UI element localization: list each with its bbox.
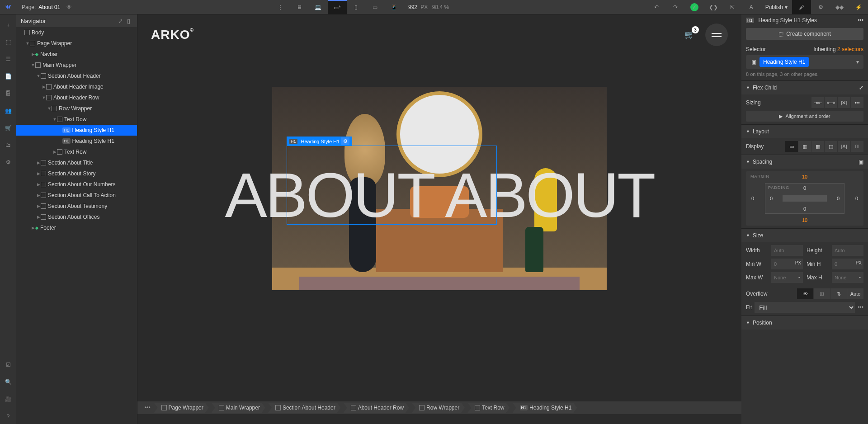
breadcrumb-item[interactable]: Page Wrapper [154, 403, 209, 413]
flex-child-section[interactable]: ▼Flex Child⤢ [741, 81, 868, 94]
breakpoint-mobile-landscape-icon[interactable]: ▭ [366, 0, 385, 14]
overflow-scroll-icon[interactable]: ⇅ [830, 288, 847, 299]
padding-bottom[interactable]: 0 [803, 206, 806, 212]
canvas-stage[interactable]: ARKO© 🛒3 ABOUT ABOUT H1 Heading Style H1… [137, 14, 741, 401]
sizing-grow-icon[interactable]: ⇤⇥ [825, 97, 837, 108]
sizing-none-icon[interactable]: |✕| [838, 97, 850, 108]
chevron-down-icon[interactable]: ▾ [854, 59, 862, 65]
tree-row[interactable]: Body [16, 27, 137, 38]
publish-button[interactable]: Publish▾ [761, 4, 792, 10]
tree-row[interactable]: H1Heading Style H1 [16, 125, 137, 136]
twisty-icon[interactable] [25, 41, 30, 46]
ecommerce-icon[interactable]: 🛒 [2, 120, 14, 136]
maxw-input[interactable] [771, 272, 796, 283]
margin-bottom[interactable]: 10 [802, 217, 807, 223]
overflow-auto-button[interactable]: Auto [847, 288, 863, 299]
page-selector[interactable]: Page: About 01 👁 [16, 4, 77, 10]
tree-row[interactable]: Row Wrapper [16, 103, 137, 114]
selector-chip[interactable]: Heading Style H1 [760, 57, 809, 67]
twisty-icon[interactable] [52, 150, 57, 154]
tree-row[interactable]: Text Row [16, 146, 137, 157]
more-icon[interactable]: ••• [858, 304, 863, 311]
overflow-visible-icon[interactable]: 👁 [797, 288, 813, 299]
export-icon[interactable]: ⇱ [723, 0, 742, 14]
overflow-hidden-icon[interactable]: 👁̸ [814, 288, 830, 299]
project-settings-icon[interactable]: ⚙ [2, 155, 14, 170]
display-inlineblock-icon[interactable]: ◫ [825, 141, 837, 152]
status-ok-icon[interactable]: ✓ [685, 0, 704, 14]
display-segmented[interactable]: ▭ ▥ ▦ ◫ |A| 👁̸ [785, 141, 863, 152]
selector-input[interactable]: ▣ Heading Style H1 ▾ [746, 55, 863, 69]
pages-icon[interactable]: 📄 [2, 69, 14, 84]
code-icon[interactable]: ❮❯ [704, 0, 723, 14]
width-input[interactable] [771, 245, 803, 256]
interactions-panel-icon[interactable]: ◆◆ [830, 0, 849, 14]
audit-icon[interactable]: ☑ [2, 357, 14, 372]
users-icon[interactable]: 👥 [2, 103, 14, 118]
add-element-icon[interactable]: ＋ [2, 17, 14, 33]
effects-panel-icon[interactable]: ⚡ [849, 0, 868, 14]
twisty-icon[interactable] [31, 52, 35, 57]
layout-section[interactable]: ▼Layout [741, 125, 868, 138]
tree-row[interactable]: Main Wrapper [16, 60, 137, 71]
padding-left[interactable]: 0 [770, 196, 773, 201]
position-section[interactable]: ▼Position [741, 316, 868, 330]
breakpoint-md-icon[interactable]: ▭* [328, 0, 347, 14]
assets-icon[interactable]: 🗂 [2, 137, 14, 153]
sizing-shrink-icon[interactable]: ⇥⇤ [811, 97, 824, 108]
breadcrumb-item[interactable]: Section About Header [268, 403, 341, 413]
inheriting-label[interactable]: Inheriting 2 selectors [813, 46, 863, 52]
more-icon[interactable]: ••• [858, 17, 863, 24]
gear-icon[interactable]: ⚙ [341, 137, 349, 145]
pin-icon[interactable]: ▯ [124, 18, 132, 24]
twisty-icon[interactable] [31, 63, 35, 67]
display-flex-icon[interactable]: ▥ [798, 141, 811, 152]
twisty-icon[interactable] [36, 182, 41, 187]
padding-right[interactable]: 0 [837, 196, 840, 201]
twisty-icon[interactable] [36, 193, 41, 198]
twisty-icon[interactable] [36, 215, 41, 219]
tree-row[interactable]: ◆Navbar [16, 49, 137, 60]
sizing-more-icon[interactable]: ••• [851, 97, 863, 108]
settings-panel-icon[interactable]: ⚙ [811, 0, 830, 14]
breakpoint-tablet-icon[interactable]: ▯ [347, 0, 366, 14]
collapse-icon[interactable]: ⤢ [116, 18, 124, 24]
display-block-icon[interactable]: ▭ [785, 141, 798, 152]
tree-row[interactable]: About Header Row [16, 92, 137, 103]
video-icon[interactable]: 🎥 [2, 391, 14, 407]
expand-icon[interactable]: ⤢ [859, 85, 863, 91]
preview-icon[interactable]: 👁 [66, 4, 72, 10]
twisty-icon[interactable] [36, 74, 41, 78]
twisty-icon[interactable] [31, 226, 35, 230]
twisty-icon[interactable] [36, 171, 41, 176]
symbols-icon[interactable]: ⬚ [2, 34, 14, 50]
selection-tag[interactable]: H1 Heading Style H1 ⚙ [287, 137, 352, 146]
tree-row[interactable]: Section About Header [16, 71, 137, 81]
display-inline-icon[interactable]: |A| [838, 141, 850, 152]
undo-icon[interactable]: ↶ [647, 0, 666, 14]
size-section[interactable]: ▼Size [741, 229, 868, 242]
breadcrumb-item[interactable]: Main Wrapper [212, 403, 265, 413]
tree-row[interactable]: About Header Image [16, 81, 137, 92]
tree-row[interactable]: Section About Testimony [16, 201, 137, 212]
maxh-input[interactable] [832, 272, 856, 283]
alignment-order-button[interactable]: ▶Alignment and order [746, 111, 863, 122]
margin-left[interactable]: 0 [751, 196, 754, 201]
breadcrumb-item[interactable]: About Header Row [344, 403, 409, 413]
breadcrumb-more-icon[interactable]: ••• [141, 405, 154, 411]
style-panel-icon[interactable]: 🖌 [792, 0, 811, 14]
help-icon[interactable]: ？ [2, 409, 14, 424]
tree-row[interactable]: Section About Our Numbers [16, 179, 137, 190]
webflow-logo-icon[interactable] [0, 0, 16, 14]
breadcrumb-item[interactable]: H1Heading Style H1 [513, 403, 577, 413]
canvas-width[interactable]: 992 PX 98.4 % [404, 4, 453, 10]
tree-row[interactable]: Section About Offices [16, 212, 137, 222]
spacing-box[interactable]: MARGIN 10 10 0 0 PADDING 0 0 0 0 [746, 171, 863, 226]
cart-button[interactable]: 🛒3 [684, 30, 694, 40]
create-component-button[interactable]: ⬚ Create component [746, 28, 863, 40]
breakpoint-xl-icon[interactable]: 🖥 [290, 0, 309, 14]
minh-input[interactable] [832, 259, 854, 269]
fit-select[interactable]: Fill [755, 302, 855, 313]
twisty-icon[interactable] [47, 106, 52, 111]
margin-right[interactable]: 0 [855, 196, 858, 201]
